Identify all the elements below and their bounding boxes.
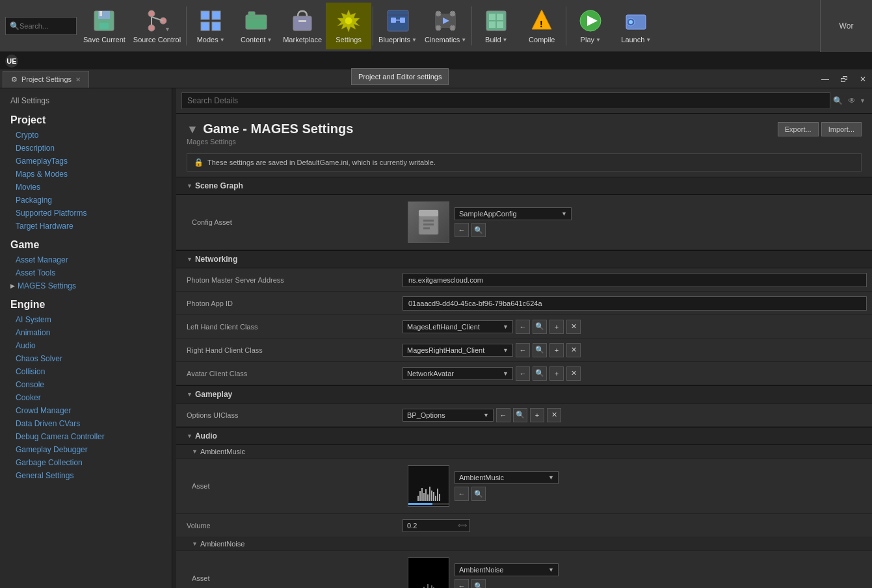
sidebar-item-animation[interactable]: Animation [0,326,172,339]
sidebar-item-crypto[interactable]: Crypto [0,129,172,142]
avatar-add-button[interactable]: + [549,366,564,381]
cinematics-button[interactable]: Cinematics ▼ [421,3,470,49]
options-uiclass-label: Options UIClass [176,407,397,423]
photon-server-control [397,270,872,290]
ambient-noise-navigate-button[interactable]: ← [455,579,469,588]
sidebar-item-asset-tools[interactable]: Asset Tools [0,266,172,279]
ambient-music-search-button[interactable]: 🔍 [471,487,486,501]
config-search-button[interactable]: 🔍 [471,223,486,237]
config-asset-dropdown[interactable]: SampleAppConfig ▼ [455,207,572,220]
minimize-button[interactable]: — [816,70,834,88]
options-search-button[interactable]: 🔍 [513,408,527,422]
sidebar-item-gameplay-tags[interactable]: GameplayTags [0,155,172,168]
sidebar-item-chaos-solver[interactable]: Chaos Solver [0,352,172,365]
chevron-down-icon[interactable]: ▼ [858,97,867,104]
subsection-header-ambient-noise[interactable]: ▼ AmbientNoise [176,537,872,551]
settings-button[interactable]: Settings [326,3,371,49]
sidebar-item-gameplay-debugger[interactable]: Gameplay Debugger [0,443,172,456]
section-header-networking[interactable]: ▼ Networking [176,250,872,268]
ambient-noise-search-button[interactable]: 🔍 [471,579,486,588]
right-hand-navigate-button[interactable]: ← [516,343,530,357]
restore-button[interactable]: 🗗 [835,70,853,88]
avatar-client-dropdown[interactable]: NetworkAvatar ▼ [403,367,513,380]
ambient-music-navigate-button[interactable]: ← [455,487,469,501]
sidebar-item-garbage-collection[interactable]: Garbage Collection [0,456,172,469]
save-current-button[interactable]: Save Current [79,3,129,49]
photon-server-input[interactable] [403,273,867,287]
sidebar-item-mages-settings[interactable]: ▶ MAGES Settings [0,279,172,292]
subsection-header-ambient-music[interactable]: ▼ AmbientMusic [176,445,872,459]
left-hand-add-button[interactable]: + [549,320,564,334]
waveform-bar [427,584,429,588]
options-add-button[interactable]: + [530,408,544,422]
ambient-music-volume-label: Volume [176,518,397,533]
import-button[interactable]: Import... [821,122,862,136]
modes-button[interactable]: Modes ▼ [188,3,233,49]
section-header-audio[interactable]: ▼ Audio [176,427,872,445]
compile-button[interactable]: ! Compile [519,3,564,49]
sidebar-all-settings[interactable]: All Settings [0,94,172,108]
options-navigate-button[interactable]: ← [496,408,510,422]
right-hand-client-dropdown[interactable]: MagesRightHand_Client ▼ [403,344,513,357]
options-dropdown-arrow: ▼ [483,412,489,418]
blueprints-button[interactable]: Blueprints ▼ [375,3,421,49]
sidebar-item-packaging[interactable]: Packaging [0,194,172,207]
avatar-search-button[interactable]: 🔍 [533,366,547,381]
right-hand-clear-button[interactable]: ✕ [566,343,581,357]
project-settings-tab[interactable]: ⚙ Project Settings ✕ [3,71,89,88]
content-button[interactable]: Content ▼ [233,3,279,49]
toolbar-search-input[interactable] [20,22,72,30]
sidebar-item-ai-system[interactable]: AI System [0,313,172,326]
sidebar-item-data-driven-cvars[interactable]: Data Driven CVars [0,417,172,430]
sidebar-item-general-settings[interactable]: General Settings [0,469,172,482]
config-navigate-back-button[interactable]: ← [455,223,469,237]
sidebar-item-description[interactable]: Description [0,142,172,155]
left-hand-search-button[interactable]: 🔍 [533,320,547,334]
sidebar-item-crowd-manager[interactable]: Crowd Manager [0,404,172,417]
volume-input[interactable] [403,520,455,531]
eye-icon[interactable]: 👁 [845,96,858,105]
sidebar-item-asset-manager[interactable]: Asset Manager [0,253,172,266]
avatar-navigate-button[interactable]: ← [516,366,530,381]
sidebar-item-cooker[interactable]: Cooker [0,391,172,404]
sidebar-item-audio[interactable]: Audio [0,339,172,352]
sidebar-item-console[interactable]: Console [0,378,172,391]
ambient-noise-dropdown-arrow: ▼ [548,567,554,573]
play-button[interactable]: Play ▼ [568,3,613,49]
marketplace-button[interactable]: Marketplace [279,3,326,49]
export-button[interactable]: Export... [778,122,819,136]
svg-point-5 [148,10,155,17]
right-hand-search-button[interactable]: 🔍 [533,343,547,357]
sidebar-item-movies[interactable]: Movies [0,181,172,194]
source-control-button[interactable]: ▼ Source Control [129,3,185,49]
right-hand-add-button[interactable]: + [549,343,564,357]
ambient-music-dropdown[interactable]: AmbientMusic ▼ [455,471,559,484]
ambient-noise-dropdown[interactable]: AmbientNoise ▼ [455,563,559,576]
sidebar-item-supported-platforms[interactable]: Supported Platforms [0,207,172,220]
section-header-gameplay[interactable]: ▼ Gameplay [176,385,872,403]
left-hand-client-dropdown[interactable]: MagesLeftHand_Client ▼ [403,320,513,333]
tab-close-button[interactable]: ✕ [75,76,81,83]
launch-button[interactable]: Launch ▼ [613,3,659,49]
section-collapse-arrow[interactable]: ▼ [187,123,198,136]
close-button[interactable]: ✕ [854,70,872,88]
number-drag-handle[interactable]: ⟺ [455,522,469,529]
noise-waveform-display [408,574,449,588]
section-header-scene-graph[interactable]: ▼ Scene Graph [176,177,872,195]
build-button[interactable]: Build ▼ [473,3,519,49]
sidebar-item-maps-modes[interactable]: Maps & Modes [0,168,172,181]
avatar-clear-button[interactable]: ✕ [566,366,581,381]
section-scene-graph: ▼ Scene Graph Config Asset [176,177,872,250]
content-search-input[interactable] [181,92,830,109]
photon-app-id-input[interactable] [403,296,867,311]
left-hand-clear-button[interactable]: ✕ [566,320,581,334]
options-uiclass-dropdown[interactable]: BP_Options ▼ [403,409,494,422]
left-hand-client-row: Left Hand Client Class MagesLeftHand_Cli… [176,315,872,339]
left-hand-navigate-button[interactable]: ← [516,320,530,334]
ambient-music-asset-controls: AmbientMusic ▼ ← 🔍 [455,471,559,501]
sidebar-item-debug-camera-controller[interactable]: Debug Camera Controller [0,430,172,443]
sidebar-item-collision[interactable]: Collision [0,365,172,378]
page-subtitle: Mages Settings [176,136,872,151]
options-clear-button[interactable]: ✕ [547,408,561,422]
sidebar-item-target-hardware[interactable]: Target Hardware [0,220,172,233]
